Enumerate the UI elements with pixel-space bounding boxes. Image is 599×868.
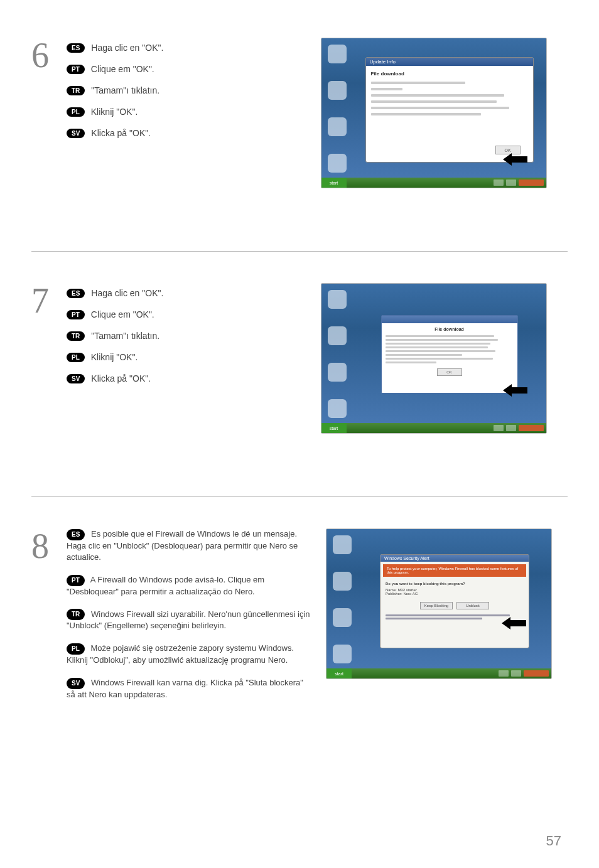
security-alert-dialog: Windows Security Alert To help protect y… [380, 554, 529, 648]
desktop-icon [328, 45, 347, 63]
entry-tr: TR Windows Firewall sizi uyarabilir. Ner… [67, 609, 310, 632]
lang-pill-pl: PL [67, 353, 85, 362]
entry-es: ES Es posible que el Firewall de Windows… [67, 528, 310, 563]
entry-pt: PT Clique em "OK". [67, 64, 163, 74]
desktop-icon [328, 154, 347, 173]
lang-pill-sv: SV [67, 374, 85, 383]
screenshot-6: Update Info File download OK [321, 38, 547, 188]
desktop-icon [328, 326, 347, 345]
divider [31, 251, 568, 252]
lang-pill-pl: PL [67, 643, 85, 655]
text-tr: "Tamam"ı tıklatın. [91, 331, 159, 341]
step-number-8: 8 [31, 528, 55, 564]
text-sv: Klicka på "OK". [91, 128, 151, 138]
arrow-indicator [509, 384, 546, 397]
entry-pl: PL Kliknij "OK". [67, 352, 163, 362]
text-pl: Kliknij "OK". [91, 352, 138, 362]
lang-pill-sv: SV [67, 129, 85, 138]
desktop-icon [328, 399, 347, 418]
entry-sv: SV Klicka på "OK". [67, 373, 163, 383]
tray-icon [511, 670, 521, 677]
text-pl: Kliknij "OK". [91, 107, 138, 117]
text-es: Haga clic en "OK". [91, 288, 163, 298]
lang-pill-pt: PT [67, 575, 85, 586]
lang-pill-es: ES [67, 289, 85, 298]
lang-pill-pt: PT [67, 65, 85, 74]
arrow-indicator [509, 153, 546, 166]
start-button[interactable]: start [326, 668, 352, 678]
entry-pl: PL Może pojawić się ostrzeżenie zapory s… [67, 643, 310, 666]
text-pt: Clique em "OK". [91, 309, 154, 319]
tray-icon [499, 670, 509, 677]
update-window: Update Info File download OK [365, 57, 534, 163]
lang-pill-sv: SV [67, 678, 85, 689]
text-tr: Windows Firewall sizi uyarabilir. Nero'n… [67, 609, 310, 631]
start-button[interactable]: start [321, 178, 347, 188]
text-es: Es posible que el Firewall de Windows le… [67, 529, 298, 562]
lang-pill-es: ES [67, 43, 85, 53]
unblock-button[interactable]: Unblock [456, 602, 489, 609]
taskbar: start [321, 178, 546, 188]
tray-clock [519, 425, 544, 431]
tray-icon [506, 425, 516, 431]
security-banner: To help protect your computer, Windows F… [383, 564, 526, 577]
step-number-6: 6 [31, 38, 55, 188]
text-pt: A Firewall do Windows pode avisá-lo. Cli… [67, 575, 264, 596]
desktop-icon [333, 572, 352, 591]
dialog-title [382, 316, 517, 323]
product-setup-dialog: File download OK [381, 315, 518, 394]
taskbar: start [321, 423, 546, 433]
text-sv: Klicka på "OK". [91, 373, 151, 383]
text-pl: Może pojawić się ostrzeżenie zapory syst… [67, 643, 294, 665]
window-title: Update Info [366, 58, 533, 66]
desktop-icon [333, 535, 352, 554]
security-title: Windows Security Alert [380, 555, 529, 562]
desktop-icon [333, 608, 352, 627]
divider [31, 496, 568, 497]
ok-button[interactable]: OK [437, 368, 462, 376]
entry-pt: PT Clique em "OK". [67, 309, 163, 319]
lang-pill-tr: TR [67, 331, 85, 341]
security-question: Do you want to keep blocking this progra… [386, 582, 524, 586]
lang-pill-es: ES [67, 529, 85, 540]
text-tr: "Tamam"ı tıklatın. [91, 85, 159, 95]
screenshot-8: Windows Security Alert To help protect y… [326, 528, 552, 679]
lang-pill-tr: TR [67, 609, 85, 620]
desktop-icon [328, 81, 347, 100]
start-button[interactable]: start [321, 423, 347, 433]
entry-sv: SV Klicka på "OK". [67, 128, 163, 138]
desktop-icon [333, 645, 352, 663]
text-es: Haga clic en "OK". [91, 43, 163, 53]
entry-pl: PL Kliknij "OK". [67, 107, 163, 117]
lang-pill-pt: PT [67, 310, 85, 319]
arrow-indicator [507, 617, 545, 630]
text-pt: Clique em "OK". [91, 64, 154, 74]
desktop-icon [328, 117, 347, 136]
dialog-heading: File download [386, 327, 514, 331]
publisher-value: Nero AG [403, 592, 418, 596]
entry-es: ES Haga clic en "OK". [67, 288, 163, 298]
tray-icon [494, 425, 504, 431]
lang-pill-pl: PL [67, 107, 85, 117]
taskbar: start [326, 668, 551, 678]
tray-icon [494, 179, 504, 186]
window-heading: File download [371, 71, 528, 77]
desktop-icon [328, 290, 347, 309]
text-sv: Windows Firewall kan varna dig. Klicka p… [67, 678, 303, 699]
desktop-icon [328, 363, 347, 382]
entry-pt: PT A Firewall do Windows pode avisá-lo. … [67, 574, 310, 597]
entry-sv: SV Windows Firewall kan varna dig. Klick… [67, 677, 310, 700]
lang-pill-tr: TR [67, 86, 85, 95]
entry-tr: TR "Tamam"ı tıklatın. [67, 85, 163, 95]
publisher-label: Publisher: [386, 592, 402, 596]
keep-blocking-button[interactable]: Keep Blocking [420, 602, 453, 609]
tray-icon [506, 179, 516, 186]
screenshot-7: File download OK [321, 283, 547, 434]
tray-clock [524, 670, 549, 677]
step-number-7: 7 [31, 283, 55, 434]
entry-tr: TR "Tamam"ı tıklatın. [67, 331, 163, 341]
entry-es: ES Haga clic en "OK". [67, 43, 163, 53]
tray-clock [519, 179, 544, 186]
page-number: 57 [546, 833, 561, 849]
